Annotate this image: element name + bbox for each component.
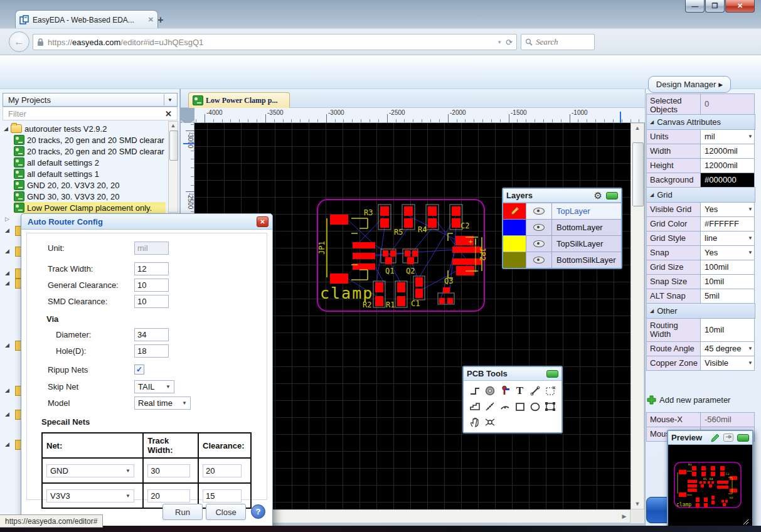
tree-expanded-icon[interactable]: ◢ (5, 387, 9, 393)
scroll-up-icon[interactable]: ▲ (169, 122, 178, 129)
url-dropdown-icon[interactable]: ▼ (497, 40, 502, 45)
smd-clearance-input[interactable] (134, 295, 169, 308)
snap-size-input[interactable]: 10mil (700, 274, 755, 289)
layer-visibility-toggle[interactable] (526, 252, 552, 268)
tree-item-selected[interactable]: Low Power Clamp placement only. (14, 202, 166, 213)
vertical-scroll-thumb[interactable] (632, 142, 644, 206)
layer-row[interactable]: TopSilkLayer (503, 235, 621, 252)
tree-expanded-icon[interactable]: ◢ (5, 441, 9, 447)
tree-item[interactable]: all default settings 1 (14, 168, 166, 179)
layers-minimize-icon[interactable] (606, 192, 618, 200)
preview-body[interactable]: R3R5R4C2Q3 clamp (668, 445, 752, 526)
track-width-input[interactable] (134, 262, 169, 275)
drag-tool-icon[interactable] (467, 415, 482, 430)
background-input[interactable]: #000000 (700, 173, 755, 188)
track-width-cell-input[interactable] (147, 464, 190, 477)
scroll-down-icon[interactable]: ▼ (631, 499, 644, 508)
tree-expanded-icon[interactable]: ◢ (5, 280, 9, 286)
copper-area-tool-icon[interactable] (467, 399, 482, 414)
layer-visibility-toggle[interactable] (526, 220, 552, 235)
clearance-cell-input[interactable] (203, 489, 242, 503)
reload-icon[interactable]: ⟳ (506, 38, 513, 47)
tree-expanded-icon[interactable]: ◢ (5, 411, 9, 417)
grid-style-select[interactable]: line▼ (700, 231, 755, 246)
dimension-tool-icon[interactable] (482, 399, 497, 414)
width-input[interactable]: 12000mil (700, 144, 755, 159)
tree-scrollbar[interactable]: ▲ (168, 121, 178, 213)
height-input[interactable]: 12000mil (700, 158, 755, 173)
layer-row[interactable]: TopLayer (503, 203, 621, 219)
alt-snap-input[interactable]: 5mil (700, 289, 755, 304)
clearance-cell-input[interactable] (203, 464, 242, 477)
image-tool-icon[interactable] (543, 399, 557, 414)
url-bar[interactable]: https://easyeda.com/editor#id=uJhQEsgQ1 … (33, 34, 517, 50)
line-tool-icon[interactable] (528, 383, 542, 398)
restore-button[interactable]: ❐ (705, 0, 725, 13)
section-other[interactable]: ◢Other (646, 303, 755, 319)
layer-color-swatch[interactable] (503, 236, 526, 252)
projects-header-select[interactable]: My Projects ▼ (3, 93, 178, 107)
connection-tool-icon[interactable] (482, 415, 497, 430)
search-box[interactable]: Search (521, 34, 595, 50)
tree-item[interactable]: all default settings 2 (14, 157, 166, 168)
layer-name[interactable]: BottomSilkLayer (552, 252, 621, 268)
edit-pencil-icon[interactable] (711, 434, 720, 442)
pan-arrow-icon[interactable] (723, 434, 733, 442)
preview-minimize-icon[interactable] (737, 434, 749, 442)
route-angle-select[interactable]: 45 degree▼ (700, 341, 755, 356)
track-tool-icon[interactable] (467, 383, 482, 398)
grid-size-input[interactable]: 100mil (700, 260, 755, 275)
arc-tool-icon[interactable] (498, 399, 512, 414)
diameter-input[interactable] (134, 328, 169, 341)
layer-color-swatch[interactable] (503, 220, 526, 235)
minimize-button[interactable]: — (685, 0, 705, 13)
filter-clear-icon[interactable]: ✕ (165, 109, 172, 119)
dialog-titlebar[interactable]: Auto Router Config ✕ (21, 214, 272, 230)
copper-zone-select[interactable]: Visible▼ (700, 356, 755, 371)
filter-input[interactable]: Filter ✕ (3, 107, 178, 120)
tree-expanded-icon[interactable]: ◢ (5, 270, 9, 276)
layer-color-swatch[interactable] (503, 252, 526, 268)
net-select[interactable]: GND▼ (46, 464, 134, 477)
tree-collapsed-icon[interactable]: ▷ (5, 216, 9, 222)
layers-panel-header[interactable]: Layers ⚙ (503, 189, 621, 203)
units-select[interactable]: mil▼ (700, 129, 755, 144)
layer-name[interactable]: BottomLayer (552, 220, 621, 235)
footprint-tool-icon[interactable] (543, 383, 557, 398)
layer-name[interactable]: TopSilkLayer (552, 236, 621, 252)
new-tab-button[interactable]: + (152, 13, 169, 27)
tree-item[interactable]: GND 30, 30. V3V3 20, 20 (14, 191, 166, 202)
design-manager-button[interactable]: Design Manager ▶ (648, 76, 731, 93)
grid-color-input[interactable]: #FFFFFF (700, 216, 755, 231)
run-button[interactable]: Run (162, 504, 203, 520)
tree-folder[interactable]: ◢ autorouter tests V2.9.2 (4, 123, 166, 134)
track-width-cell-input[interactable] (147, 489, 190, 503)
snap-select[interactable]: Yes▼ (700, 245, 755, 260)
tree-item[interactable]: GND 20, 20. V3V3 20, 20 (14, 179, 166, 191)
layer-row[interactable]: BottomLayer (503, 219, 621, 235)
layer-color-swatch[interactable] (503, 203, 526, 219)
tree-item[interactable]: 20 tracks, 20 gen and 20 SMD clearar (14, 146, 166, 157)
routing-width-input[interactable]: 10mil (700, 318, 755, 342)
tree-expanded-icon[interactable]: ◢ (5, 227, 9, 233)
close-button[interactable]: Close (206, 504, 246, 520)
circle-tool-icon[interactable] (528, 399, 542, 414)
add-parameter-button[interactable]: Add new parameter (647, 395, 730, 405)
model-select[interactable]: Real time▼ (134, 396, 191, 410)
layer-name[interactable]: TopLayer (552, 203, 621, 219)
dialog-close-icon[interactable]: ✕ (257, 216, 269, 227)
rect-tool-icon[interactable] (513, 399, 527, 414)
layers-gear-icon[interactable]: ⚙ (594, 190, 602, 201)
via-tool-icon[interactable] (498, 383, 512, 398)
document-tab[interactable]: Low Power Clamp p... (188, 92, 290, 108)
back-button[interactable]: ← (9, 31, 29, 52)
tree-item[interactable]: 20 tracks, 20 gen and 20 SMD clearar (14, 134, 166, 146)
tree-scroll-thumb[interactable] (169, 130, 178, 161)
projects-header-caret-icon[interactable]: ▼ (164, 94, 176, 105)
tree-expanded-icon[interactable]: ◢ (5, 342, 9, 348)
help-button[interactable]: ? (251, 504, 265, 519)
layer-row[interactable]: BottomSilkLayer (503, 252, 621, 268)
pcb-tools-header[interactable]: PCB Tools (464, 367, 561, 381)
section-grid[interactable]: ◢Grid (646, 187, 755, 203)
text-tool-icon[interactable]: T (513, 383, 527, 398)
